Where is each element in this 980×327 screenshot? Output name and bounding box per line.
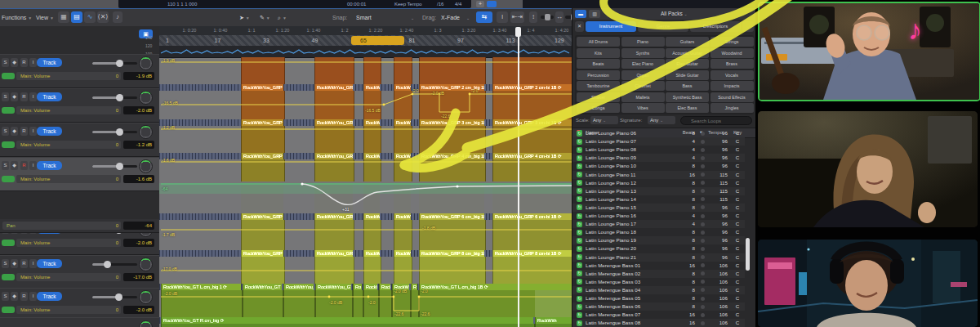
- audio-region[interactable]: [394, 159, 412, 181]
- loop-heart-icon[interactable]: [701, 132, 705, 136]
- cycle-region[interactable]: [351, 36, 404, 45]
- audio-region[interactable]: [419, 257, 486, 284]
- loop-heart-icon[interactable]: [701, 214, 705, 218]
- track-header-6[interactable]: S◆RITrackMain: Volume0-17.0 dB: [0, 255, 159, 289]
- loop-heart-icon[interactable]: [701, 288, 705, 292]
- grid-view-icon[interactable]: ▦: [58, 11, 69, 23]
- audio-region[interactable]: [314, 126, 354, 153]
- track-header-8[interactable]: [0, 317, 159, 327]
- audio-region[interactable]: [241, 126, 285, 153]
- region-title[interactable]: RockWi: [363, 213, 380, 220]
- category-impacts[interactable]: Impacts: [710, 81, 754, 91]
- region-title[interactable]: RockWi: [363, 84, 380, 91]
- audio-region[interactable]: [492, 91, 572, 119]
- category-vibes[interactable]: Vibes: [621, 103, 665, 113]
- audio-region[interactable]: [241, 257, 285, 284]
- lcd-display[interactable]: 110 1 1 1 000 00:00:01 Keep Tempo /16 4/…: [118, 0, 471, 8]
- record-button[interactable]: R: [20, 161, 28, 170]
- volume-slider-thumb[interactable]: [115, 293, 122, 301]
- loop-heart-icon[interactable]: [701, 189, 705, 193]
- audio-region[interactable]: [492, 257, 572, 284]
- audio-region[interactable]: [363, 57, 381, 84]
- category-clavinet[interactable]: Clavinet: [621, 81, 665, 91]
- category-tambourine[interactable]: Tambourine: [577, 81, 620, 91]
- volume-slider[interactable]: [92, 165, 137, 168]
- audio-region[interactable]: [363, 220, 381, 250]
- loop-list-scrollbar[interactable]: [746, 238, 750, 271]
- loop-heart-icon[interactable]: [701, 148, 705, 152]
- volume-slider[interactable]: [92, 62, 137, 65]
- mute-button[interactable]: ◆: [11, 292, 18, 301]
- pan-field[interactable]: Pan0: [2, 222, 121, 230]
- region-title[interactable]: RockWi: [363, 284, 377, 290]
- category-all-drums[interactable]: All Drums: [577, 37, 620, 47]
- region-title[interactable]: RockWithYou_GRP 2: [241, 84, 283, 91]
- track-name-button[interactable]: Track: [37, 292, 62, 301]
- category-bass[interactable]: Bass: [666, 81, 709, 91]
- volume-slider-thumb[interactable]: [116, 128, 123, 136]
- automation-value-box[interactable]: -17.0 dB: [123, 273, 154, 281]
- fit-horizontal-icon[interactable]: ⇤⇥: [510, 11, 524, 23]
- loop-row[interactable]: ↻Latin Merengue Bass 028106C: [572, 270, 745, 278]
- audio-region[interactable]: [363, 126, 381, 153]
- audio-region[interactable]: [314, 159, 354, 181]
- audio-region[interactable]: [394, 126, 412, 153]
- region-title[interactable]: RockWi: [363, 153, 380, 159]
- record-button[interactable]: R: [20, 292, 28, 301]
- region-title[interactable]: RockWi: [394, 213, 411, 220]
- zoom-tool[interactable]: ⌕ ▼: [278, 9, 287, 26]
- loop-heart-icon[interactable]: [701, 239, 705, 243]
- category-mallets[interactable]: Mallets: [621, 92, 665, 102]
- region-title[interactable]: RockWith: [535, 317, 572, 324]
- loop-heart-icon[interactable]: [701, 255, 705, 259]
- loop-heart-icon[interactable]: [701, 271, 705, 275]
- region-title[interactable]: RockWithYou_GRP 3 cm-bi 1B ⟳: [492, 119, 572, 126]
- loop-row[interactable]: ↻Latin Merengue Bass 0116106C: [572, 262, 745, 270]
- note-icon[interactable]: ♪: [113, 11, 122, 23]
- category-vocals[interactable]: Vocals: [710, 70, 754, 80]
- scale-select[interactable]: Any ⌄: [590, 116, 618, 124]
- pan-knob[interactable]: [139, 258, 153, 271]
- audio-region[interactable]: [535, 324, 572, 327]
- vertical-zoom-slider[interactable]: [541, 16, 554, 19]
- solo-button[interactable]: S: [2, 292, 9, 301]
- category-piano[interactable]: Piano: [621, 37, 665, 47]
- audio-region[interactable]: [419, 126, 486, 153]
- category-beats[interactable]: Beats: [577, 59, 620, 69]
- column-view-button[interactable]: ▥: [589, 10, 600, 18]
- functions-menu[interactable]: Functions ▼: [2, 9, 32, 26]
- audio-region[interactable]: [419, 91, 486, 119]
- loop-row[interactable]: ↻Latin Lounge Piano 15896C: [572, 204, 745, 212]
- input-monitor-button[interactable]: I: [29, 161, 37, 170]
- loop-row[interactable]: ↻Latin Lounge Piano 16496C: [572, 212, 745, 220]
- loop-row[interactable]: ↻Latin Merengue Bass 058106C: [572, 294, 745, 302]
- track-header-2[interactable]: S◆RITrackMain: Volume0-2.0 dB: [0, 88, 159, 123]
- audio-region[interactable]: [353, 290, 363, 317]
- region-title[interactable]: RockWithYou_GRP: [314, 153, 353, 159]
- category-strings[interactable]: Strings: [710, 37, 754, 47]
- video-feed-3[interactable]: [758, 240, 978, 327]
- loop-heart-icon[interactable]: [701, 222, 705, 226]
- audio-region[interactable]: [314, 257, 354, 284]
- loop-row[interactable]: ↻Latin Lounge Piano 08496C: [572, 146, 745, 154]
- volume-slider-thumb[interactable]: [116, 94, 123, 101]
- audio-region[interactable]: [492, 159, 572, 181]
- snap-select[interactable]: Smart: [356, 9, 372, 26]
- category-percussion[interactable]: Percussion: [577, 70, 620, 80]
- category-synthetic-bass[interactable]: Synthetic Bass: [666, 92, 709, 102]
- region-title[interactable]: RockWithYou_GRP 8 cm-bi 1B ⟳: [492, 250, 572, 257]
- pan-knob[interactable]: [139, 91, 153, 105]
- region-title[interactable]: RockWithYou_GRP 3: [241, 119, 283, 126]
- loop-heart-icon[interactable]: [701, 305, 705, 309]
- audio-region[interactable]: [363, 159, 381, 181]
- region-title[interactable]: RockWithYou_GRP 6: [241, 213, 283, 220]
- loop-row[interactable]: ↻Latin Lounge Piano 20896C: [572, 244, 745, 253]
- region-title[interactable]: RockWithYou_GT L.c: [243, 284, 282, 290]
- audio-region[interactable]: [419, 57, 486, 84]
- track-name-button[interactable]: Track: [37, 127, 62, 136]
- region-title[interactable]: RockWithYou_GRP 4: [241, 153, 283, 159]
- input-monitor-button[interactable]: I: [29, 58, 37, 67]
- flex-icon[interactable]: ⟨✕⟩: [97, 11, 109, 23]
- region-title[interactable]: RockWithYou_GT R.cm_big ⟳: [161, 317, 533, 324]
- audio-region[interactable]: [394, 57, 412, 84]
